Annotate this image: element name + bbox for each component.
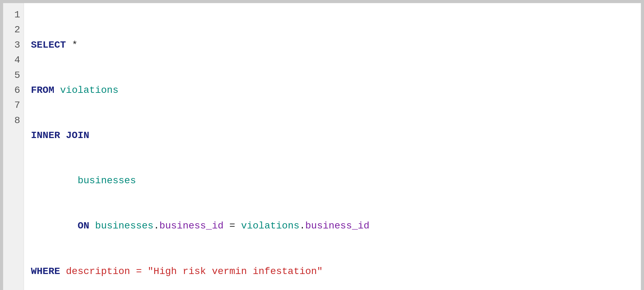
code-line-4: businesses (31, 173, 634, 188)
line-num-8: 8 (7, 113, 20, 128)
line-num-3: 3 (7, 38, 20, 53)
col-business-id-1: business_id (159, 220, 224, 231)
table-violations: violations (54, 85, 118, 96)
keyword-from: FROM (31, 85, 54, 96)
code-line-3: INNER JOIN (31, 128, 634, 143)
equals-sign: = (224, 220, 241, 231)
line-num-4: 4 (7, 53, 20, 67)
line-num-5: 5 (7, 68, 20, 83)
line-num-6: 6 (7, 83, 20, 98)
join-violations-table: violations (241, 220, 299, 231)
line-num-1: 1 (7, 7, 20, 22)
col-business-id-2: business_id (305, 220, 370, 231)
keyword-select: SELECT (31, 40, 66, 50)
line-num-2: 2 (7, 22, 20, 37)
operator-star: * (66, 40, 78, 50)
dot-2: . (299, 220, 305, 231)
main-container: 1 2 3 4 5 6 7 8 SELECT * FROM violations… (0, 0, 644, 290)
code-editor[interactable]: 1 2 3 4 5 6 7 8 SELECT * FROM violations… (3, 3, 641, 290)
code-line-5: ON businesses.business_id = violations.b… (31, 218, 634, 233)
editor-section: 1 2 3 4 5 6 7 8 SELECT * FROM violations… (3, 3, 641, 290)
line-numbers: 1 2 3 4 5 6 7 8 (3, 3, 24, 290)
code-line-1: SELECT * (31, 38, 634, 53)
keyword-inner-join: INNER JOIN (31, 130, 89, 141)
join-businesses-id: businesses (89, 220, 154, 231)
keyword-on: ON (31, 220, 89, 231)
where-clause: description = "High risk vermin infestat… (60, 266, 323, 277)
code-line-2: FROM violations (31, 83, 634, 98)
code-content[interactable]: SELECT * FROM violations INNER JOIN busi… (24, 3, 641, 290)
table-businesses: businesses (31, 175, 136, 186)
code-line-6: WHERE description = "High risk vermin in… (31, 264, 634, 279)
dot-1: . (154, 220, 159, 231)
keyword-where: WHERE (31, 266, 60, 277)
line-num-7: 7 (7, 98, 20, 113)
